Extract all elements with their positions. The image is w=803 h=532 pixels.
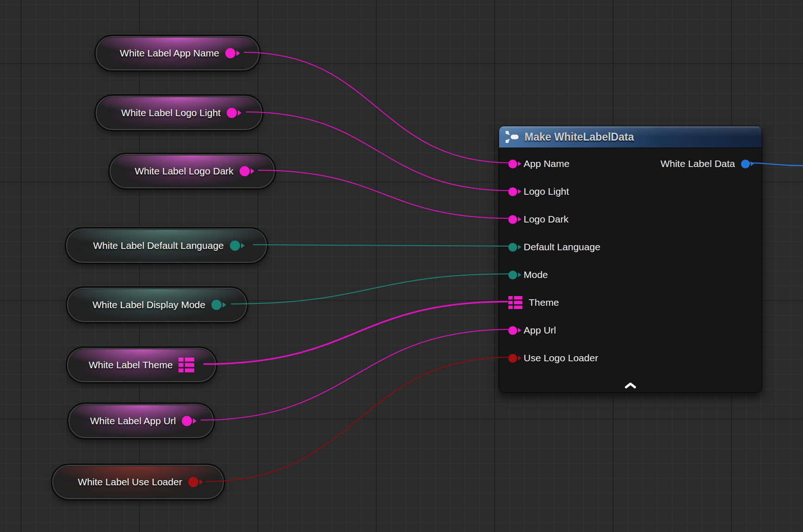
pin-row: App NameWhite Label Data xyxy=(499,150,762,178)
struct-pin-input-5[interactable] xyxy=(508,296,522,309)
input-pin-label: Theme xyxy=(529,297,559,308)
pin-white-label-default-language-output[interactable] xyxy=(230,241,240,251)
make-whitelabeldata-node[interactable]: Make WhiteLabelData App NameWhite Label … xyxy=(499,126,762,393)
input-pin-label: Default Language xyxy=(524,241,600,253)
pin-row: App Url xyxy=(499,316,762,344)
pin-white-label-use-loader-output[interactable] xyxy=(188,477,198,487)
pin-white-label-display-mode-output[interactable] xyxy=(211,300,222,310)
input-pin-label: App Name xyxy=(524,158,569,169)
blueprint-graph-canvas[interactable]: White Label App Name White Label Logo Li… xyxy=(0,0,803,532)
struct-pin-white-label-theme-output[interactable] xyxy=(179,358,194,372)
pin-white-label-logo-dark-output[interactable] xyxy=(240,166,250,176)
wire-app-name[interactable] xyxy=(244,52,511,163)
variable-node-white-label-theme[interactable]: White Label Theme xyxy=(67,348,216,382)
input-pin-label: Use Logo Loader xyxy=(524,353,598,364)
chevron-up-icon xyxy=(624,382,636,389)
pin-input-6[interactable] xyxy=(508,326,517,335)
variable-node-white-label-display-mode[interactable]: White Label Display Mode xyxy=(67,288,247,322)
variable-node-label: White Label Logo Dark xyxy=(135,166,234,177)
variable-node-label: White Label App Url xyxy=(90,415,176,427)
make-struct-icon xyxy=(506,131,519,143)
pin-input-2[interactable] xyxy=(508,215,517,224)
pin-white-label-app-url-output[interactable] xyxy=(182,416,192,426)
pin-row: Theme xyxy=(499,289,762,316)
wire-use-loader[interactable] xyxy=(206,357,511,482)
pin-input-7[interactable] xyxy=(508,354,517,363)
variable-node-white-label-logo-dark[interactable]: White Label Logo Dark xyxy=(110,154,275,188)
variable-node-white-label-use-loader[interactable]: White Label Use Loader xyxy=(52,465,224,499)
variable-node-label: White Label Logo Light xyxy=(121,107,221,118)
variable-node-white-label-logo-light[interactable]: White Label Logo Light xyxy=(96,96,262,130)
variable-node-label: White Label App Name xyxy=(120,48,219,59)
input-pin-label: Mode xyxy=(524,269,548,280)
make-node-title: Make WhiteLabelData xyxy=(525,131,634,143)
variable-node-label: White Label Default Language xyxy=(93,240,224,251)
variable-node-label: White Label Display Mode xyxy=(93,299,205,310)
pin-input-4[interactable] xyxy=(508,271,517,279)
pin-row: Default Language xyxy=(499,233,762,261)
pin-row: Mode xyxy=(499,261,762,289)
wire-logo-light[interactable] xyxy=(246,112,511,191)
wire-theme[interactable] xyxy=(204,302,508,364)
make-node-header[interactable]: Make WhiteLabelData xyxy=(499,126,762,148)
variable-node-white-label-default-language[interactable]: White Label Default Language xyxy=(66,229,267,263)
input-pin-label: App Url xyxy=(524,325,556,336)
wire-display-mode[interactable] xyxy=(231,274,511,304)
pin-row: Logo Light xyxy=(499,178,762,205)
wire-default-language[interactable] xyxy=(253,245,511,246)
pin-input-3[interactable] xyxy=(508,243,517,252)
variable-node-white-label-app-url[interactable]: White Label App Url xyxy=(68,404,214,438)
pin-white-label-logo-light-output[interactable] xyxy=(227,108,237,118)
pin-output-0[interactable] xyxy=(741,160,750,168)
pin-input-0[interactable] xyxy=(508,160,517,168)
wire-logo-dark[interactable] xyxy=(258,170,511,218)
output-pin-label: White Label Data xyxy=(661,158,735,169)
pin-input-1[interactable] xyxy=(508,187,517,196)
variable-node-label: White Label Use Loader xyxy=(78,476,182,488)
output-pin-group: White Label Data xyxy=(661,158,750,169)
input-pin-label: Logo Light xyxy=(524,186,569,197)
pin-white-label-app-name-output[interactable] xyxy=(225,48,235,58)
collapse-node-button[interactable] xyxy=(499,382,762,389)
wire-app-url[interactable] xyxy=(201,329,511,420)
pin-row: Logo Dark xyxy=(499,205,762,233)
variable-node-white-label-app-name[interactable]: White Label App Name xyxy=(96,36,259,70)
pin-row: Use Logo Loader xyxy=(499,344,762,372)
input-pin-label: Logo Dark xyxy=(524,214,568,225)
variable-node-label: White Label Theme xyxy=(89,359,173,371)
make-node-pin-area: App NameWhite Label DataLogo LightLogo D… xyxy=(499,148,762,372)
